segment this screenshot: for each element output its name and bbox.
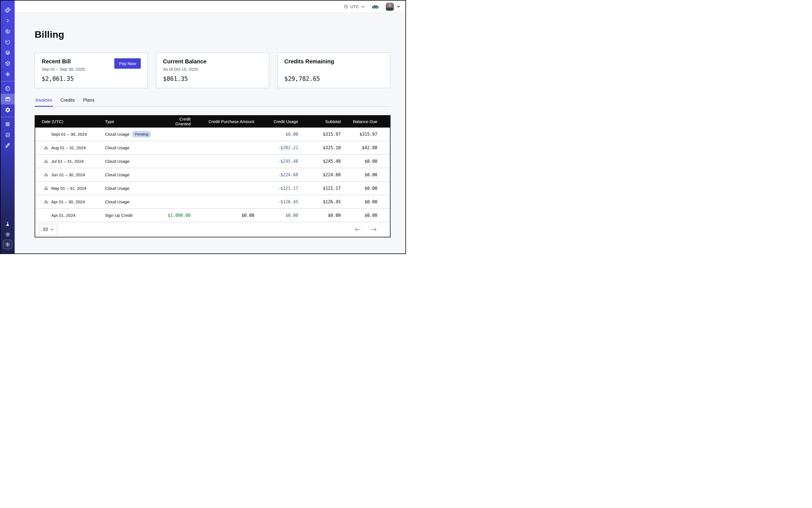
sidebar bbox=[1, 1, 15, 253]
download-invoice-icon[interactable] bbox=[44, 172, 48, 177]
invoice-date: Apr 01, 2024 bbox=[51, 213, 76, 218]
balance-due: $0.00 bbox=[341, 186, 390, 191]
clock-icon bbox=[343, 4, 348, 9]
sidebar-item-getting-started[interactable] bbox=[1, 140, 15, 151]
credit-usage: -$126.45 bbox=[254, 199, 298, 204]
subtotal: $325.10 bbox=[298, 145, 341, 151]
next-page-icon[interactable] bbox=[371, 227, 377, 232]
topbar: UTC bbox=[15, 1, 405, 13]
chevron-down-icon bbox=[50, 228, 53, 231]
sidebar-item-usage[interactable] bbox=[1, 83, 15, 94]
chevron-right-icon[interactable] bbox=[1, 15, 15, 26]
credit-usage: -$282.22 bbox=[254, 145, 298, 151]
page-size-select[interactable]: 10 bbox=[39, 224, 57, 235]
invoice-type: Cloud Usage bbox=[105, 159, 130, 164]
main-column: UTC Billing bbox=[15, 1, 405, 253]
history-timer-icon[interactable] bbox=[1, 37, 15, 47]
invoice-type: Sign Up Credit bbox=[105, 213, 133, 218]
tab-credits[interactable]: Credits bbox=[60, 98, 76, 107]
balance-due: $315.97 bbox=[341, 132, 390, 137]
download-invoice-icon[interactable] bbox=[44, 145, 48, 150]
col-credit-usage: Credit Usage bbox=[254, 119, 298, 124]
invoice-date: Jul 01 – 31, 2024 bbox=[51, 159, 84, 164]
pagination bbox=[354, 227, 377, 232]
sidebar-divider bbox=[1, 117, 15, 117]
card-subtitle: As of Oct 15, 2025 bbox=[163, 67, 262, 72]
subtotal: $224.68 bbox=[298, 172, 341, 177]
credit-granted: $1,000.00 bbox=[164, 213, 190, 218]
subtotal: $315.97 bbox=[298, 132, 341, 137]
billing-tabs: Invoices Credits Plans bbox=[35, 98, 390, 107]
current-balance-card: Current Balance As of Oct 15, 2025 $861.… bbox=[156, 52, 269, 88]
credit-usage: $0.00 bbox=[254, 213, 298, 218]
subtotal: $245.48 bbox=[298, 159, 341, 164]
col-subtotal: Subtotal bbox=[298, 119, 341, 124]
card-amount: $2,061.35 bbox=[42, 76, 141, 82]
page-size-value: 10 bbox=[43, 227, 48, 232]
invoice-type: Cloud Usage bbox=[105, 186, 130, 190]
balance-due: $0.00 bbox=[341, 172, 390, 177]
card-title: Current Balance bbox=[163, 58, 262, 65]
balance-due: $0.00 bbox=[341, 199, 390, 204]
timezone-selector[interactable]: UTC bbox=[343, 4, 365, 9]
col-credit-purchase: Credit Purchase Amount bbox=[190, 119, 254, 124]
app-window: UTC Billing bbox=[0, 0, 406, 254]
recent-bill-card: Recent Bill Sep 01 – Sep 30, 2025 $2,061… bbox=[35, 52, 148, 88]
invoices-table: Date (UTC) Type Credit Granted Credit Pu… bbox=[35, 115, 390, 238]
tab-invoices[interactable]: Invoices bbox=[35, 98, 53, 107]
download-invoice-icon[interactable] bbox=[44, 199, 48, 204]
invoice-type: Cloud Usage bbox=[105, 145, 130, 150]
timezone-label: UTC bbox=[350, 4, 359, 9]
gauge-icon bbox=[5, 86, 11, 91]
invoice-type: Cloud Usage bbox=[105, 199, 130, 204]
iris-icon[interactable] bbox=[1, 26, 15, 37]
table-row: Sept 01 – 30, 2024 Cloud UsagePending $0… bbox=[35, 128, 390, 141]
credit-purchase: $0.00 bbox=[190, 213, 254, 218]
sidebar-item-theme[interactable] bbox=[1, 229, 15, 239]
asterisk-icon[interactable] bbox=[1, 69, 15, 79]
3d-glasses-icon[interactable] bbox=[372, 4, 379, 9]
account-menu[interactable] bbox=[386, 3, 401, 11]
subtotal: $126.45 bbox=[298, 199, 341, 204]
sidebar-item-billing[interactable] bbox=[1, 94, 15, 104]
dollar-seal-icon bbox=[3, 240, 12, 249]
gear-icon bbox=[5, 107, 11, 113]
prev-page-icon[interactable] bbox=[354, 227, 361, 232]
invoice-date: Aug 01 – 31, 2024 bbox=[51, 145, 86, 150]
cube-icon[interactable] bbox=[1, 58, 15, 69]
download-invoice-icon[interactable] bbox=[44, 159, 48, 164]
credit-usage: -$224.68 bbox=[254, 172, 298, 177]
col-balance-due: Balance Due bbox=[341, 119, 390, 124]
subtotal: $0.00 bbox=[298, 213, 341, 218]
chevron-down-icon bbox=[361, 5, 365, 9]
subtotal: $121.17 bbox=[298, 186, 341, 191]
pay-now-button[interactable]: Pay Now bbox=[114, 58, 141, 69]
sidebar-item-labs[interactable] bbox=[1, 219, 15, 229]
balance-due: $0.00 bbox=[341, 159, 390, 164]
col-type: Type bbox=[105, 119, 164, 124]
invoice-date: Sept 01 – 30, 2024 bbox=[51, 132, 87, 136]
download-invoice-icon[interactable] bbox=[44, 186, 48, 190]
sidebar-divider bbox=[1, 81, 15, 81]
page-title: Billing bbox=[35, 29, 390, 40]
sidebar-item-support[interactable] bbox=[1, 119, 15, 130]
sidebar-item-credits[interactable] bbox=[1, 239, 15, 250]
balance-due: $0.00 bbox=[341, 213, 390, 218]
sidebar-item-docs[interactable] bbox=[1, 130, 15, 140]
sidebar-bottom-group bbox=[1, 219, 15, 250]
credit-usage: -$121.17 bbox=[254, 186, 298, 191]
helm-icon bbox=[4, 121, 11, 127]
tab-plans[interactable]: Plans bbox=[82, 98, 95, 107]
book-sparkle-icon bbox=[5, 132, 11, 138]
card-subtitle bbox=[284, 67, 383, 72]
card-title: Credits Remaining bbox=[284, 58, 383, 65]
billing-card-icon bbox=[5, 96, 11, 102]
card-amount: $29,782.65 bbox=[284, 76, 383, 82]
credits-remaining-card: Credits Remaining $29,782.65 bbox=[277, 52, 390, 88]
sidebar-item-settings[interactable] bbox=[1, 104, 15, 115]
orbit-logo-icon[interactable] bbox=[1, 4, 15, 15]
layers-icon[interactable] bbox=[1, 47, 15, 58]
table-header: Date (UTC) Type Credit Granted Credit Pu… bbox=[35, 115, 390, 128]
table-footer: 10 bbox=[35, 222, 390, 237]
table-row: Jun 01 – 30, 2024 Cloud Usage -$224.68 $… bbox=[35, 168, 390, 182]
